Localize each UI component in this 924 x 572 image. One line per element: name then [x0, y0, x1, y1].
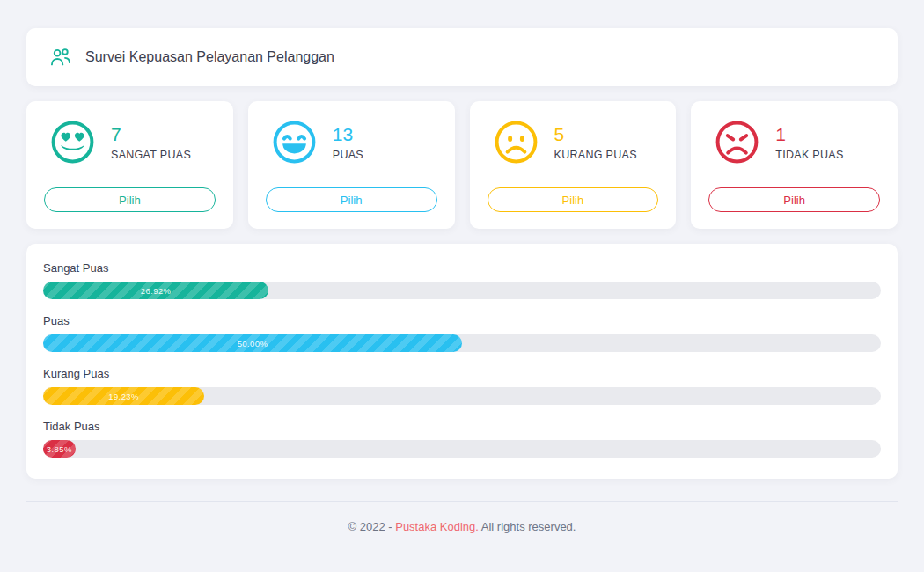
progress-value: 26.92% — [141, 286, 172, 296]
progress-bar-group: Sangat Puas 26.92% — [43, 261, 881, 299]
summary-count: 7 — [111, 124, 191, 145]
summary-count: 1 — [775, 124, 843, 145]
progress-track: 19.23% — [43, 387, 881, 405]
progress-bar-label: Tidak Puas — [43, 420, 881, 433]
summary-card: 7 SANGAT PUAS Pilih — [26, 101, 233, 229]
summary-card-top: 7 SANGAT PUAS — [44, 118, 216, 166]
summary-label: KURANG PUAS — [554, 149, 637, 161]
progress-bar-group: Tidak Puas 3.85% — [43, 420, 881, 458]
progress-track: 3.85% — [43, 440, 881, 458]
footer: © 2022 - Pustaka Koding. All rights rese… — [26, 502, 898, 552]
progress-fill: 3.85% — [43, 440, 76, 458]
progress-value: 50.00% — [238, 339, 268, 348]
progress-fill: 50.00% — [43, 334, 462, 352]
angry-face-icon — [713, 118, 761, 166]
progress-value: 3.85% — [47, 444, 72, 454]
progress-list: Sangat Puas 26.92% Puas 50.00% Kurang Pu… — [43, 261, 881, 458]
people-icon — [48, 46, 72, 70]
summary-card-text: 5 KURANG PUAS — [554, 124, 637, 161]
progress-bar-label: Kurang Puas — [43, 367, 881, 380]
page: Survei Kepuasan Pelayanan Pelanggan 7 — [0, 0, 924, 552]
happy-face-icon — [270, 118, 319, 166]
summary-card: 1 TIDAK PUAS Pilih — [691, 101, 898, 229]
summary-card: 5 KURANG PUAS Pilih — [470, 101, 677, 229]
progress-value: 19.23% — [108, 392, 139, 401]
page-title: Survei Kepuasan Pelayanan Pelanggan — [85, 49, 334, 65]
copyright-text: © 2022 - — [348, 520, 392, 533]
survey-header-card: Survei Kepuasan Pelayanan Pelanggan — [26, 28, 898, 86]
progress-bar-label: Puas — [43, 314, 881, 327]
satisfaction-progress-card: Sangat Puas 26.92% Puas 50.00% Kurang Pu… — [26, 244, 898, 479]
pilih-button[interactable]: Pilih — [266, 187, 437, 212]
pilih-button[interactable]: Pilih — [44, 187, 216, 212]
summary-card-text: 13 PUAS — [333, 124, 363, 161]
summary-card-text: 1 TIDAK PUAS — [775, 124, 843, 161]
pilih-button[interactable]: Pilih — [708, 187, 880, 212]
summary-card-top: 5 KURANG PUAS — [488, 118, 659, 166]
progress-bar-label: Sangat Puas — [43, 261, 881, 275]
progress-fill: 19.23% — [43, 387, 204, 405]
summary-label: SANGAT PUAS — [111, 149, 191, 161]
summary-label: TIDAK PUAS — [775, 149, 843, 161]
heart-eyes-face-icon — [48, 118, 97, 166]
summary-count: 13 — [333, 124, 363, 145]
summary-label: PUAS — [333, 149, 363, 161]
brand-link[interactable]: Pustaka Koding. — [395, 520, 479, 533]
summary-card-top: 13 PUAS — [266, 118, 437, 166]
summary-count: 5 — [554, 124, 637, 145]
summary-card-text: 7 SANGAT PUAS — [111, 124, 191, 161]
progress-bar-group: Puas 50.00% — [43, 314, 881, 352]
summary-cards-row: 7 SANGAT PUAS Pilih — [26, 101, 898, 229]
progress-track: 26.92% — [43, 282, 881, 299]
progress-track: 50.00% — [43, 334, 881, 352]
sad-face-icon — [492, 118, 540, 166]
pilih-button[interactable]: Pilih — [488, 187, 659, 212]
summary-card-top: 1 TIDAK PUAS — [708, 118, 880, 166]
progress-fill: 26.92% — [43, 282, 268, 299]
progress-bar-group: Kurang Puas 19.23% — [43, 367, 881, 405]
summary-card: 13 PUAS Pilih — [248, 101, 455, 229]
rights-text: All rights reserved. — [481, 520, 576, 533]
